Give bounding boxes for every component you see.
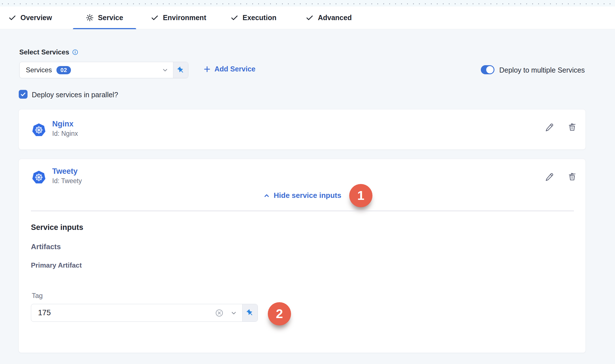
tab-label: Execution — [243, 14, 276, 22]
edit-icon[interactable] — [545, 122, 555, 132]
check-icon — [9, 14, 16, 22]
check-icon — [151, 14, 159, 22]
services-count-badge: 02 — [56, 66, 71, 74]
info-icon[interactable] — [72, 49, 78, 55]
tab-environment[interactable]: Environment — [151, 7, 206, 29]
edit-icon[interactable] — [545, 172, 555, 182]
check-icon — [306, 14, 313, 22]
gear-icon — [86, 14, 94, 22]
tab-label: Environment — [163, 14, 206, 22]
service-id: Id: Nginx — [52, 130, 78, 137]
hide-service-inputs-link[interactable]: Hide service inputs — [19, 191, 585, 200]
tab-label: Advanced — [318, 14, 351, 22]
deploy-multiple-label: Deploy to multiple Services — [499, 66, 585, 74]
service-card-tweety: Tweety Id: Tweety Hide service inputs 1 … — [18, 159, 586, 353]
tab-execution[interactable]: Execution — [231, 7, 276, 29]
service-name-link[interactable]: Tweety — [52, 167, 78, 176]
add-service-button[interactable]: Add Service — [203, 65, 256, 73]
deploy-parallel-label: Deploy services in parallel? — [32, 91, 118, 99]
tag-input-control — [31, 304, 258, 322]
pin-runtime-input-button[interactable] — [173, 62, 188, 78]
kubernetes-icon — [31, 122, 46, 137]
kubernetes-icon — [31, 170, 46, 185]
pipeline-canvas-strip — [0, 0, 615, 7]
deploy-parallel-checkbox[interactable] — [19, 90, 28, 99]
deploy-multiple-toggle[interactable] — [481, 65, 494, 74]
tab-advanced[interactable]: Advanced — [306, 7, 351, 29]
tag-input[interactable] — [31, 308, 215, 317]
service-id: Id: Tweety — [52, 177, 82, 185]
tab-label: Service — [98, 14, 123, 22]
annotation-badge-2: 2 — [268, 302, 291, 325]
primary-artifact-heading: Primary Artifact — [31, 261, 82, 269]
tab-label: Overview — [20, 14, 52, 22]
tab-overview[interactable]: Overview — [9, 7, 52, 29]
service-card-nginx: Nginx Id: Nginx — [18, 109, 586, 150]
services-dropdown-value: Services — [20, 66, 52, 74]
service-config-page: Overview Service Environment Execution A… — [0, 0, 615, 364]
annotation-badge-1: 1 — [349, 184, 372, 207]
chevron-down-icon[interactable] — [230, 310, 237, 316]
plus-icon — [203, 65, 211, 73]
stage-tabbar: Overview Service Environment Execution A… — [0, 7, 615, 29]
artifacts-heading: Artifacts — [31, 242, 61, 251]
service-inputs-heading: Service inputs — [31, 223, 83, 232]
tag-label: Tag — [32, 292, 43, 300]
pin-runtime-input-button[interactable] — [242, 304, 258, 321]
chevron-up-icon — [263, 192, 270, 199]
delete-icon[interactable] — [567, 172, 577, 182]
divider — [31, 211, 574, 211]
delete-icon[interactable] — [567, 122, 577, 132]
service-name-link[interactable]: Nginx — [52, 120, 73, 128]
select-services-label: Select Services — [19, 48, 78, 56]
services-dropdown[interactable]: Services 02 — [19, 62, 188, 78]
tab-service[interactable]: Service — [86, 7, 123, 29]
chevron-down-icon[interactable] — [162, 67, 169, 73]
clear-icon[interactable] — [215, 309, 224, 317]
check-icon — [231, 14, 238, 22]
